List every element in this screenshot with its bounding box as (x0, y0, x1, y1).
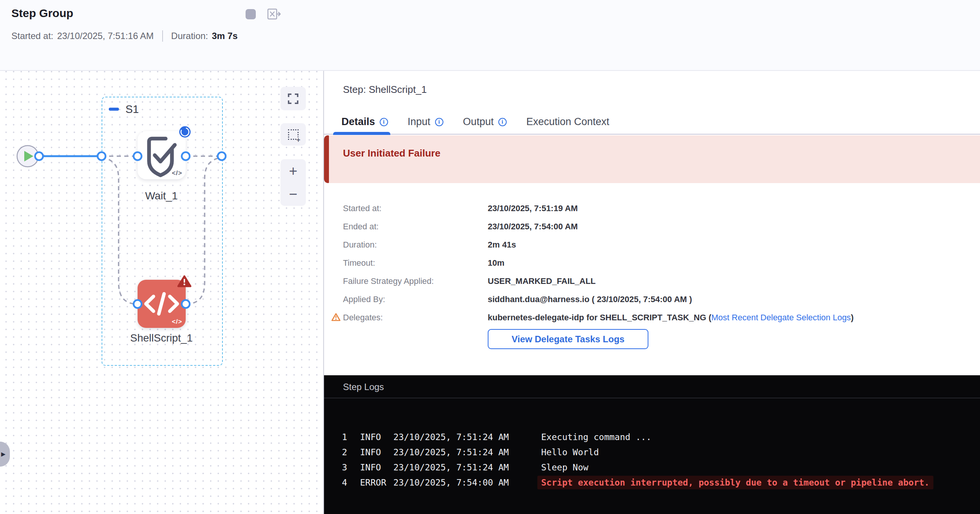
running-status-icon (179, 126, 191, 138)
tab-label: Details (342, 116, 375, 128)
canvas-controls: + + − (280, 87, 306, 206)
pipeline-canvas[interactable]: S1 (0, 71, 324, 514)
detail-value-text: USER_MARKED_FAIL_ALL (488, 276, 596, 286)
log-level: INFO (360, 430, 393, 445)
log-line-number: 3 (341, 460, 347, 475)
node-label-shellscript: ShellScript_1 (116, 332, 207, 344)
info-icon[interactable]: i (498, 118, 507, 126)
banner-accent-bar (324, 135, 329, 183)
node-label-wait: Wait_1 (116, 190, 207, 202)
log-line-number: 2 (341, 445, 347, 460)
log-line-number: 1 (341, 430, 347, 445)
detail-label: Ended at: (343, 218, 488, 236)
detail-value: kubernetes-delegate-idp for SHELL_SCRIPT… (488, 309, 853, 327)
detail-row: Failure Strategy Applied: USER_MARKED_FA… (343, 272, 980, 290)
detail-row: Timeout: 10m (343, 254, 980, 272)
log-level: ERROR (360, 475, 393, 490)
node-wait-step[interactable]: </> (138, 131, 186, 179)
log-message: Script execution interrupted, possibly d… (538, 476, 933, 489)
tab[interactable]: Execution Context i (527, 116, 609, 134)
abort-icon[interactable] (267, 8, 282, 21)
log-timestamp: 23/10/2025, 7:51:24 AM (393, 430, 541, 445)
step-title: Step: ShellScript_1 (343, 84, 980, 95)
header-subline: Started at: 23/10/2025, 7:51:16 AM Durat… (11, 30, 238, 42)
detail-value: 23/10/2025, 7:54:00 AM (488, 218, 578, 236)
detail-value-text: 2m 41s (488, 240, 516, 250)
select-region-icon[interactable]: + (280, 123, 306, 146)
detail-label: Delegates: (343, 309, 488, 327)
log-line: 3 INFO 23/10/2025, 7:51:24 AM Sleep Now (341, 460, 980, 475)
log-timestamp: 23/10/2025, 7:51:24 AM (393, 445, 541, 460)
log-line-number: 4 (341, 475, 347, 490)
zoom-controls: + − (280, 159, 306, 206)
detail-row: Delegates: kubernetes-delegate-idp for S… (343, 309, 980, 327)
log-message: Sleep Now (541, 460, 589, 475)
detail-label: Timeout: (343, 254, 488, 272)
tab-label: Input (408, 116, 431, 128)
header: Step Group Started at: 23/10/2025, 7:51:… (0, 0, 980, 71)
log-lines: 1 INFO 23/10/2025, 7:51:24 AM Executing … (324, 398, 980, 490)
log-message: Hello World (541, 445, 599, 460)
warning-icon (331, 313, 341, 321)
node-shellscript-step[interactable]: </> (138, 280, 186, 328)
info-icon[interactable]: i (435, 118, 443, 126)
log-line: 2 INFO 23/10/2025, 7:51:24 AM Hello Worl… (341, 445, 980, 460)
detail-label: Failure Strategy Applied: (343, 272, 488, 290)
detail-value-suffix: ) (851, 313, 853, 322)
script-glyph: </> (172, 318, 182, 326)
log-timestamp: 23/10/2025, 7:51:24 AM (393, 460, 541, 475)
group-label: S1 (126, 103, 139, 116)
log-message: Executing command ... (541, 430, 651, 445)
detail-label: Duration: (343, 236, 488, 254)
tab[interactable]: Details i (342, 116, 388, 134)
failure-banner: User Initiated Failure (324, 135, 980, 183)
zoom-out-icon[interactable]: − (280, 183, 306, 206)
detail-value-text: kubernetes-delegate-idp for SHELL_SCRIPT… (488, 313, 711, 322)
delegate-selection-logs-link[interactable]: Most Recent Delegate Selection Logs (711, 313, 851, 322)
play-icon (24, 151, 33, 161)
step-details-panel: Step: ShellScript_1 Details i Input i Ou… (324, 71, 980, 514)
log-level: INFO (360, 460, 393, 475)
detail-value-text: siddhant.dua@harness.io ( 23/10/2025, 7:… (488, 294, 692, 304)
tab-label: Output (463, 116, 494, 128)
detail-row: Started at: 23/10/2025, 7:51:19 AM (343, 199, 980, 218)
started-at-value: 23/10/2025, 7:51:16 AM (57, 31, 154, 41)
step-logs-title: Step Logs (324, 375, 980, 398)
detail-value: USER_MARKED_FAIL_ALL (488, 272, 596, 290)
zoom-in-icon[interactable]: + (280, 159, 306, 183)
failed-warning-icon (177, 275, 191, 288)
fit-to-screen-icon[interactable] (280, 87, 306, 110)
tab[interactable]: Input i (408, 116, 443, 134)
detail-value: siddhant.dua@harness.io ( 23/10/2025, 7:… (488, 290, 692, 309)
duration-label: Duration: (171, 31, 208, 41)
info-icon[interactable]: i (380, 118, 388, 126)
group-collapse-button[interactable] (109, 108, 119, 111)
started-at-label: Started at: (11, 31, 53, 41)
log-line: 1 INFO 23/10/2025, 7:51:24 AM Executing … (341, 430, 980, 445)
expand-panel-icon[interactable]: ▶ (0, 442, 10, 466)
detail-label: Started at: (343, 199, 488, 218)
detail-value-text: 23/10/2025, 7:54:00 AM (488, 222, 578, 231)
script-glyph: </> (172, 169, 182, 177)
stop-icon[interactable] (245, 9, 256, 19)
log-timestamp: 23/10/2025, 7:54:00 AM (393, 475, 541, 490)
detail-value: 2m 41s (488, 236, 516, 254)
detail-row: Applied By: siddhant.dua@harness.io ( 23… (343, 290, 980, 309)
divider (162, 30, 163, 42)
detail-value-text: 10m (488, 258, 504, 267)
detail-row: Ended at: 23/10/2025, 7:54:00 AM (343, 218, 980, 236)
header-toolbar (245, 8, 282, 21)
detail-value-text: 23/10/2025, 7:51:19 AM (488, 204, 578, 213)
tabs: Details i Input i Output i Execution Con… (324, 116, 980, 135)
view-delegate-tasks-logs-button[interactable]: View Delegate Tasks Logs (488, 329, 648, 349)
detail-value: 10m (488, 254, 504, 272)
start-node-icon (17, 146, 38, 167)
log-line: 4 ERROR 23/10/2025, 7:54:00 AM Script ex… (341, 475, 980, 490)
page-title: Step Group (11, 7, 73, 20)
log-level: INFO (360, 445, 393, 460)
duration-value: 3m 7s (212, 31, 238, 41)
tab[interactable]: Output i (463, 116, 507, 134)
detail-row: Duration: 2m 41s (343, 236, 980, 254)
detail-label: Applied By: (343, 290, 488, 309)
detail-list: Started at: 23/10/2025, 7:51:19 AM Ended… (324, 199, 980, 327)
